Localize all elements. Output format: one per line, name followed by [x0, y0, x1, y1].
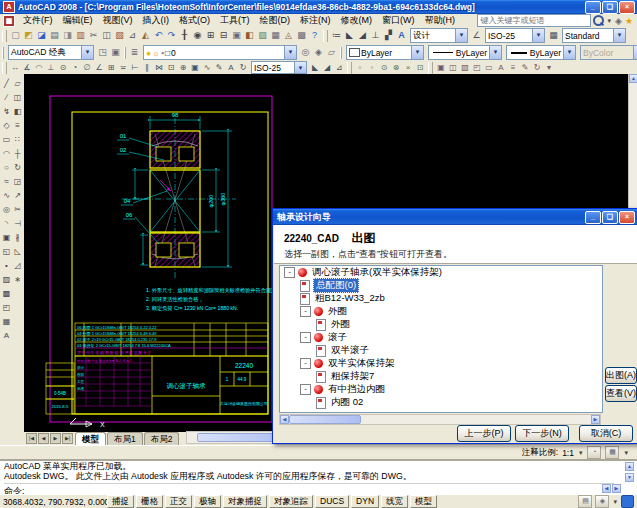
trusted-dwg-icon[interactable]: ◈ [595, 495, 609, 508]
mleader-style-icon[interactable]: ⊥ [370, 29, 382, 42]
help-icon[interactable]: ? [309, 29, 321, 42]
collapse-icon[interactable]: - [300, 358, 311, 369]
dim-associate-icon[interactable]: ⊿ [334, 62, 345, 73]
extend-icon[interactable]: ⊣ [12, 217, 23, 230]
scroll-up-icon[interactable]: ▲ [629, 74, 637, 83]
plot-button[interactable]: 出图(A) [605, 367, 637, 384]
text-style-manager-icon[interactable]: ≔ [331, 29, 343, 42]
image-attach-icon[interactable]: ▧ [460, 62, 471, 73]
scroll-right-icon[interactable]: ▶ [591, 415, 600, 424]
arc-icon[interactable]: ◠ [1, 147, 12, 160]
command-scrollbar[interactable]: ▲ ▼ [624, 462, 635, 482]
scroll-right-icon[interactable]: ▶ [612, 484, 621, 493]
osnap-node-icon[interactable]: ⊗ [391, 62, 402, 73]
tree-item[interactable]: -双半实体保持架 [280, 357, 602, 370]
external-reference-icon[interactable]: ◫ [448, 62, 459, 73]
collapse-icon[interactable]: - [300, 384, 311, 395]
dim-space-icon[interactable]: ∥ [142, 62, 153, 73]
polyline-icon[interactable]: ↯ [1, 105, 12, 118]
tree-item[interactable]: 内圈 02 [280, 396, 602, 409]
insert-block-icon[interactable]: ▣ [436, 62, 447, 73]
view-button[interactable]: 查看(V) [605, 385, 637, 402]
quick-dim-icon[interactable]: ⊞ [106, 62, 117, 73]
markup-set-manager-icon[interactable]: ◬ [283, 29, 295, 42]
toggle-对象捕捉[interactable]: 对象捕捉 [223, 495, 267, 508]
trim-icon[interactable]: ✂ [12, 203, 23, 216]
toggle-DYN[interactable]: DYN [351, 495, 379, 508]
polygon-icon[interactable]: ◇ [1, 119, 12, 132]
toggle-模型[interactable]: 模型 [410, 495, 437, 508]
toolbar-grip[interactable] [2, 62, 7, 74]
spline-icon[interactable]: ∿ [1, 189, 12, 202]
toolbar-grip[interactable] [2, 30, 7, 42]
menu-修改[interactable]: 修改(M) [336, 14, 378, 27]
dim-update-icon[interactable]: ↻ [238, 62, 249, 73]
menu-标注[interactable]: 标注(N) [295, 14, 336, 27]
menu-视图[interactable]: 视图(V) [98, 14, 138, 27]
menu-文件[interactable]: 文件(F) [18, 14, 58, 27]
prev-tab-icon[interactable]: ◀ [38, 433, 49, 444]
pan-icon[interactable]: ╂ [179, 29, 191, 42]
tree-item[interactable]: 外圈 [280, 318, 602, 331]
dim-style-control-icon[interactable]: ◣ [310, 62, 321, 73]
workspace-combo[interactable]: AutoCAD 经典▼ [8, 45, 94, 60]
rotate-icon[interactable]: ↻ [12, 161, 23, 174]
stretch-icon[interactable]: ↗ [12, 189, 23, 202]
dim-style-combo[interactable]: ISO-25▼ [485, 28, 545, 43]
toolbar-grip[interactable] [340, 47, 342, 59]
toolbar-grip[interactable] [428, 62, 433, 74]
block-editor-icon[interactable]: ◭ [140, 29, 152, 42]
annotation-visibility-icon[interactable]: ◔ [587, 446, 601, 459]
chevron-down-icon[interactable]: ▼ [532, 29, 544, 42]
command-window[interactable]: AutoCAD 菜单实用程序已加载。Autodesk DWG。 此文件上次由 A… [0, 459, 637, 494]
menu-编辑[interactable]: 编辑(E) [58, 14, 98, 27]
layer-freeze-icon[interactable]: ☼ [152, 48, 160, 58]
collapse-icon[interactable]: - [300, 306, 311, 317]
dim-jogged-icon[interactable]: ◔ [70, 62, 81, 73]
tree-item-label[interactable]: 双半实体保持架 [326, 357, 397, 370]
publish-icon[interactable]: ▥ [75, 29, 87, 42]
next-button[interactable]: 下一步(N) [515, 425, 569, 442]
text-style-combo[interactable]: 设计▼ [410, 28, 468, 43]
color-combo[interactable]: ByLayer▼ [346, 45, 424, 60]
dialog-minimize-button[interactable]: _ [585, 211, 601, 224]
cancel-button[interactable]: 取消(C) [579, 425, 633, 442]
minimize-button[interactable]: _ [585, 1, 601, 14]
last-tab-icon[interactable]: ▶| [62, 433, 73, 444]
search-icon[interactable] [593, 15, 604, 26]
tree-item-label[interactable]: 有中挡边内圈 [326, 383, 387, 396]
gradient-icon[interactable]: ▩ [1, 287, 12, 300]
collapse-icon[interactable]: - [300, 332, 311, 343]
tab-布局2[interactable]: 布局2 [144, 432, 180, 445]
mirror-icon[interactable]: ◧ [12, 105, 23, 118]
cut-icon[interactable]: ✂ [88, 29, 100, 42]
table-style-combo[interactable]: Standard▼ [562, 28, 626, 43]
dim-text-edit-icon[interactable]: A [226, 62, 237, 73]
ellipse-arc-icon[interactable]: ◝ [1, 217, 12, 230]
text-style-icon[interactable]: A [396, 29, 408, 42]
communication-center-icon[interactable]: ◈ [614, 16, 623, 26]
sheet-set-manager-icon[interactable]: ▦ [270, 29, 282, 42]
tree-item-label[interactable]: 双半滚子 [329, 344, 371, 357]
chevron-down-icon[interactable]: ▼ [455, 29, 467, 42]
layer-on-icon[interactable]: ● [146, 48, 151, 58]
table-icon[interactable]: ▦ [1, 315, 12, 328]
infocenter-search-input[interactable] [477, 14, 591, 27]
match-properties-icon[interactable]: ⊿ [127, 29, 139, 42]
tree-item-label[interactable]: 总配图(0) [313, 278, 359, 293]
dim-override-icon[interactable]: ◢ [322, 62, 333, 73]
tolerance-icon[interactable]: ⊡ [166, 62, 177, 73]
toolbar-grip[interactable] [347, 62, 352, 74]
undo-icon[interactable]: ↶ [153, 29, 165, 42]
dim-radius-icon[interactable]: ⊙ [58, 62, 69, 73]
menu-帮助[interactable]: 帮助(H) [420, 14, 461, 27]
chamfer-icon[interactable]: ◺ [12, 245, 23, 258]
make-object-layer-current-icon[interactable]: ◎ [300, 46, 312, 59]
ellipse-icon[interactable]: ◎ [1, 203, 12, 216]
hatch-icon[interactable]: ▨ [1, 273, 12, 286]
toolbar-grip[interactable] [323, 30, 328, 42]
revision-cloud-icon[interactable]: ≈ [1, 175, 12, 188]
drawing-tree[interactable]: -调心滚子轴承(双半实体保持架)总配图(0)粗B12-W33_2zb-外圈外圈-… [279, 265, 603, 413]
single-text-icon[interactable]: A [496, 62, 507, 73]
toggle-捕捉[interactable]: 捕捉 [107, 495, 134, 508]
